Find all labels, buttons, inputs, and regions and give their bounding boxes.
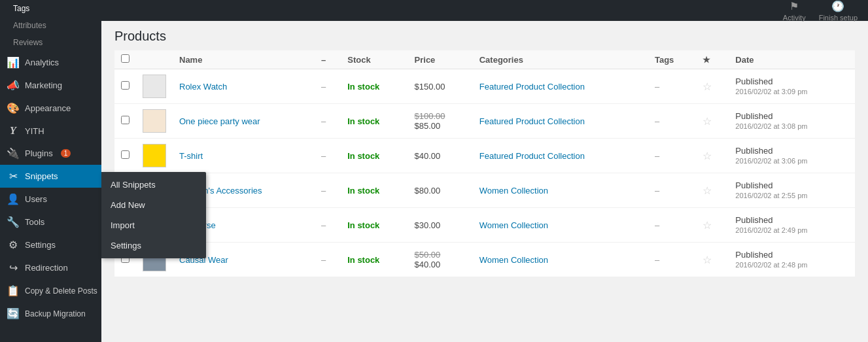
featured-star[interactable]: ☆ <box>703 254 712 265</box>
row-tags: – <box>648 173 696 208</box>
submenu-import[interactable]: Import <box>101 215 206 235</box>
sidebar-link-attributes[interactable]: Attributes <box>0 17 101 34</box>
sidebar-item-plugins[interactable]: 🔌 Plugins 1 <box>0 142 101 165</box>
product-thumbnail <box>143 109 166 133</box>
sidebar-item-appearance[interactable]: 🎨 Appearance <box>0 97 101 120</box>
status-badge: Published <box>735 111 773 121</box>
clock-icon: 🕐 <box>831 0 844 12</box>
category-link[interactable]: Featured Product Collection <box>479 82 585 92</box>
sidebar-label-plugins: Plugins <box>25 148 53 158</box>
submenu-all-snippets[interactable]: All Snippets <box>101 175 206 195</box>
product-name-link[interactable]: T-shirt <box>179 151 203 161</box>
table-header-row: Name – Stock Price Categories Tags ★ Dat… <box>114 50 855 69</box>
copy-delete-icon: 📋 <box>7 284 20 297</box>
sidebar-item-tools[interactable]: 🔧 Tools <box>0 211 101 233</box>
marketing-icon: 📣 <box>7 79 20 92</box>
select-all-checkbox[interactable] <box>121 54 130 63</box>
sidebar-label-appearance: Appearance <box>25 103 71 113</box>
row-tags: – <box>648 208 696 243</box>
main-content: ⚑ Activity 🕐 Finish setup Products Name … <box>101 0 868 342</box>
sidebar-link-tags[interactable]: Tags <box>0 0 101 17</box>
row-categories: Featured Product Collection <box>473 139 648 173</box>
sidebar-item-marketing[interactable]: 📣 Marketing <box>0 74 101 97</box>
col-date: Date <box>729 50 855 69</box>
featured-star[interactable]: ☆ <box>703 150 712 162</box>
settings-icon: ⚙ <box>7 239 20 251</box>
featured-star[interactable]: ☆ <box>703 81 712 92</box>
featured-star[interactable]: ☆ <box>703 116 712 127</box>
sidebar-item-copy-delete[interactable]: 📋 Copy & Delete Posts <box>0 279 101 302</box>
category-link[interactable]: Women Collection <box>479 186 548 196</box>
activity-button[interactable]: ⚑ Activity <box>783 0 806 22</box>
analytics-icon: 📊 <box>7 56 20 69</box>
product-name-link[interactable]: Rolex Watch <box>179 82 227 92</box>
sidebar-item-users[interactable]: 👤 Users <box>0 188 101 211</box>
sidebar-item-analytics[interactable]: 📊 Analytics <box>0 51 101 74</box>
category-link[interactable]: Featured Product Collection <box>479 151 585 161</box>
row-categories: Women Collection <box>473 208 648 243</box>
table-row: Converse–In stock$30.00Women Collection–… <box>114 208 855 243</box>
sidebar-item-snippets[interactable]: ✂ Snippets <box>0 165 101 188</box>
sidebar-item-backup[interactable]: 🔄 Backup Migration <box>0 302 101 325</box>
submenu-settings[interactable]: Settings <box>101 235 206 256</box>
row-select-checkbox[interactable] <box>121 116 130 124</box>
sidebar-label-marketing: Marketing <box>25 80 62 90</box>
sidebar-label-yith: YITH <box>25 126 44 136</box>
featured-star[interactable]: ☆ <box>703 220 712 231</box>
row-stock: In stock <box>341 208 408 243</box>
sidebar-item-settings[interactable]: ⚙ Settings <box>0 233 101 256</box>
status-badge: Published <box>735 77 773 86</box>
sidebar-label-copy-delete: Copy & Delete Posts <box>25 286 97 296</box>
row-tags: – <box>648 69 696 104</box>
row-categories: Women Collection <box>473 243 648 277</box>
submenu-add-new[interactable]: Add New <box>101 195 206 215</box>
finish-setup-button[interactable]: 🕐 Finish setup <box>819 0 858 22</box>
sidebar-label-analytics: Analytics <box>25 58 59 67</box>
row-featured: ☆ <box>696 104 729 139</box>
col-categories: Categories <box>473 50 648 69</box>
pub-date: 2016/02/02 at 2:48 pm <box>735 261 807 269</box>
category-link[interactable]: Featured Product Collection <box>479 116 585 126</box>
row-stock: In stock <box>341 69 408 104</box>
row-sku: – <box>315 208 341 243</box>
snippets-icon: ✂ <box>7 170 20 182</box>
row-select-checkbox[interactable] <box>121 150 130 159</box>
sidebar-label-tools: Tools <box>25 217 44 227</box>
col-stock: Stock <box>341 50 408 69</box>
row-price: $80.00 <box>408 173 473 208</box>
row-sku: – <box>315 173 341 208</box>
category-link[interactable]: Women Collection <box>479 255 548 265</box>
row-categories: Featured Product Collection <box>473 69 648 104</box>
product-name-link[interactable]: One piece party wear <box>179 116 260 126</box>
row-tags: – <box>648 243 696 277</box>
row-featured: ☆ <box>696 208 729 243</box>
topbar: ⚑ Activity 🕐 Finish setup <box>101 0 868 21</box>
activity-label: Activity <box>783 14 806 22</box>
row-select-checkbox[interactable] <box>121 81 130 90</box>
table-row: Rolex Watch–In stock$150.00Featured Prod… <box>114 69 855 104</box>
col-checkbox <box>114 50 136 69</box>
pub-date: 2016/02/02 at 3:08 pm <box>735 122 807 130</box>
col-sku: – <box>315 50 341 69</box>
yith-icon: Y <box>7 125 20 137</box>
category-link[interactable]: Women Collection <box>479 220 548 230</box>
row-thumb <box>136 104 173 139</box>
row-name: Rolex Watch <box>173 69 315 104</box>
content-area: Products Name – Stock Price Categories T… <box>101 21 868 342</box>
featured-star[interactable]: ☆ <box>703 185 712 196</box>
sidebar: Tags Attributes Reviews 📊 Analytics 📣 Ma… <box>0 0 101 342</box>
page-title: Products <box>114 29 855 44</box>
sidebar-label-redirection: Redirection <box>25 263 68 273</box>
row-price: $40.00 <box>408 139 473 173</box>
row-price: $150.00 <box>408 69 473 104</box>
pub-date: 2016/02/02 at 2:49 pm <box>735 226 807 234</box>
backup-icon: 🔄 <box>7 307 20 320</box>
sidebar-item-yith[interactable]: Y YITH <box>0 120 101 142</box>
col-price: Price <box>408 50 473 69</box>
row-thumb <box>136 69 173 104</box>
sidebar-link-reviews[interactable]: Reviews <box>0 34 101 51</box>
row-date: Published2016/02/02 at 3:08 pm <box>729 104 855 139</box>
row-sku: – <box>315 243 341 277</box>
row-checkbox <box>114 104 136 139</box>
sidebar-item-redirection[interactable]: ↪ Redirection <box>0 256 101 279</box>
